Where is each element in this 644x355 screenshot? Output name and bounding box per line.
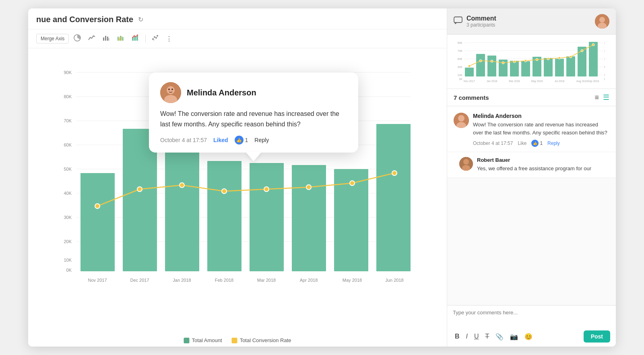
reply-avatar — [459, 157, 473, 171]
svg-text:Nov 2017: Nov 2017 — [464, 80, 475, 83]
svg-point-72 — [599, 17, 605, 23]
svg-point-17 — [137, 35, 138, 36]
svg-rect-102 — [589, 42, 598, 76]
svg-point-108 — [524, 60, 527, 62]
svg-rect-7 — [120, 36, 121, 41]
svg-text:Jun 2018: Jun 2018 — [385, 278, 403, 283]
filter-icon[interactable]: ☰ — [603, 93, 609, 102]
svg-text:Feb 2018: Feb 2018 — [215, 278, 233, 283]
svg-text:8%: 8% — [604, 66, 605, 68]
svg-rect-93 — [487, 56, 496, 76]
svg-text:30K: 30K — [64, 215, 72, 220]
svg-point-68 — [168, 89, 170, 90]
popup-timestamp: October 4 at 17:57 — [160, 137, 207, 143]
attachment-button[interactable]: 📎 — [493, 332, 506, 342]
svg-text:Jan 2018: Jan 2018 — [487, 80, 497, 83]
comment-panel: Comment 3 participants — [447, 8, 616, 347]
svg-rect-10 — [132, 38, 133, 41]
comment-list: Melinda Anderson Wow! The conversion rat… — [447, 106, 616, 305]
svg-text:Jan 2018: Jan 2018 — [173, 278, 191, 283]
strikethrough-button[interactable]: T — [483, 332, 491, 342]
image-button[interactable]: 📷 — [508, 332, 520, 342]
popup-comment-text: Wow! The conversion rate and revenue has… — [160, 109, 347, 129]
svg-point-14 — [132, 37, 133, 38]
sort-icon[interactable]: ≡ — [594, 93, 599, 102]
svg-text:Mar 2018: Mar 2018 — [509, 80, 520, 83]
svg-text:10%: 10% — [604, 58, 605, 60]
svg-rect-98 — [544, 58, 553, 76]
svg-point-109 — [536, 58, 538, 61]
popup-user-row: Melinda Anderson — [160, 82, 347, 103]
underline-button[interactable]: U — [472, 332, 481, 342]
bold-button[interactable]: B — [453, 332, 462, 342]
like-count-num: 1 — [540, 140, 543, 146]
svg-rect-13 — [137, 35, 138, 41]
bar-chart-icon[interactable] — [100, 33, 112, 45]
svg-text:May 2018: May 2018 — [531, 80, 543, 83]
comment-item-name: Melinda Anderson — [473, 113, 609, 119]
svg-rect-91 — [465, 68, 474, 76]
legend-conversion-rate: Total Conversion Rate — [232, 337, 291, 343]
svg-point-66 — [167, 86, 175, 94]
emoji-button[interactable]: 😊 — [522, 332, 535, 342]
svg-text:0K: 0K — [66, 268, 72, 272]
svg-text:40K: 40K — [64, 191, 72, 196]
chart-title: nue and Conversion Rate — [36, 15, 133, 24]
popup-reply-button[interactable]: Reply — [254, 137, 269, 143]
svg-text:Aug 2018: Aug 2018 — [576, 80, 588, 83]
popup-username: Melinda Anderson — [187, 88, 256, 97]
svg-point-21 — [157, 35, 158, 37]
svg-point-16 — [135, 36, 136, 37]
toolbar-separator — [145, 35, 146, 43]
comment-panel-title: Comment — [466, 15, 496, 22]
italic-button[interactable]: I — [464, 332, 470, 342]
legend-total-amount: Total Amount — [184, 337, 222, 343]
svg-rect-6 — [119, 37, 120, 41]
svg-point-110 — [547, 58, 549, 60]
svg-rect-96 — [521, 61, 530, 76]
chart-area: 90K 80K 70K 60K 50K 40K 30K 20K 10K 0K — [28, 48, 447, 347]
svg-text:50K: 50K — [64, 167, 72, 171]
chart-header: nue and Conversion Rate ↻ — [28, 8, 447, 29]
svg-text:70K: 70K — [64, 118, 72, 123]
svg-rect-3 — [107, 37, 108, 41]
popup-liked-button[interactable]: Liked — [213, 137, 228, 143]
svg-rect-8 — [121, 36, 122, 41]
svg-point-22 — [153, 39, 155, 41]
more-options-icon[interactable]: ⋮ — [163, 33, 175, 44]
svg-point-52 — [222, 189, 227, 194]
reply-name: Robert Bauer — [477, 157, 609, 163]
comment-bar-icons: ≡ ☰ — [594, 93, 609, 102]
svg-point-107 — [513, 60, 516, 63]
thumb-icon: 👍 — [531, 140, 539, 147]
svg-point-49 — [95, 204, 100, 208]
popup-like-count: 👍 1 — [235, 136, 248, 144]
post-button[interactable]: Post — [584, 330, 610, 343]
format-icons: B I U T 📎 📷 😊 — [453, 332, 535, 342]
scatter-icon[interactable] — [149, 33, 161, 45]
pie-chart-icon[interactable] — [71, 33, 83, 45]
combo-chart-icon[interactable] — [129, 33, 142, 45]
svg-text:5%: 5% — [604, 74, 605, 76]
comment-item-meta: October 4 at 17:57 Like 👍 1 Reply — [473, 140, 609, 147]
line-chart-icon[interactable] — [86, 33, 98, 45]
comment-input[interactable] — [453, 310, 610, 326]
merge-axis-button[interactable]: Merge Axis — [36, 34, 69, 43]
comment-like-button[interactable]: Like — [518, 140, 526, 146]
refresh-button[interactable]: ↻ — [138, 16, 143, 23]
svg-text:Sep 2018: Sep 2018 — [588, 80, 599, 83]
comment-count: 7 comments — [454, 94, 489, 101]
grouped-bar-icon[interactable] — [115, 33, 127, 45]
svg-rect-4 — [108, 38, 109, 41]
svg-text:Apr 2018: Apr 2018 — [300, 278, 318, 283]
legend-yellow-box — [232, 338, 237, 343]
svg-rect-5 — [118, 37, 119, 41]
svg-point-106 — [502, 62, 504, 64]
svg-rect-95 — [510, 61, 519, 76]
comment-reply-button[interactable]: Reply — [547, 140, 560, 146]
chart-toolbar: Merge Axis ⋮ — [28, 29, 447, 48]
svg-point-15 — [134, 35, 135, 37]
comment-panel-subtitle: 3 participants — [466, 22, 496, 28]
svg-text:Mar 2018: Mar 2018 — [257, 278, 276, 283]
svg-rect-45 — [250, 163, 284, 271]
